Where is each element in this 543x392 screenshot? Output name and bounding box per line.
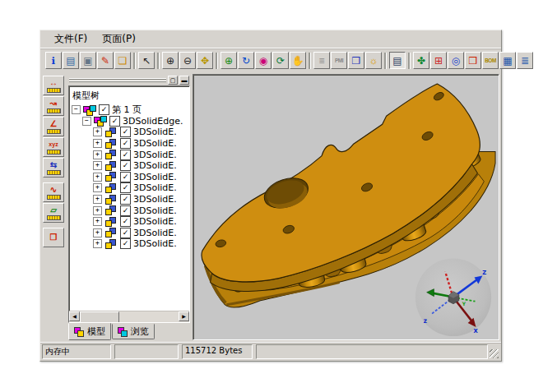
tree-item[interactable]: +✓3DSolidE. [72, 127, 189, 138]
tree-item[interactable]: +✓3DSolidE. [72, 138, 189, 150]
tab-label: 浏览 [131, 325, 149, 338]
tree-checkbox[interactable]: ✓ [120, 172, 131, 182]
tree-checkbox[interactable]: ✓ [99, 104, 109, 115]
axis-triad-widget[interactable]: Z X Y Z [415, 258, 491, 336]
pmi-button[interactable]: PMI [331, 52, 347, 69]
pan-axes-button[interactable]: ✥ [197, 52, 213, 69]
tree-item[interactable]: −✓第 1 页 [72, 104, 189, 116]
export-document-button[interactable]: ▤ [63, 52, 79, 69]
tree-item[interactable]: +✓3DSolidE. [72, 194, 189, 205]
report-table-button[interactable]: ▦ [499, 52, 516, 69]
zoom-in-button[interactable]: ⊕ [162, 52, 179, 69]
menu-file[interactable]: 文件(F) [47, 30, 95, 48]
grip-lines[interactable] [69, 78, 166, 82]
tree-item[interactable]: +✓3DSolidE. [72, 228, 189, 239]
measure-length-button[interactable]: ↔ [43, 76, 64, 95]
light-button[interactable]: ☼ [365, 52, 382, 69]
tree-checkbox[interactable]: ✓ [109, 116, 120, 127]
viewport-3d[interactable]: Z X Y Z [193, 74, 499, 340]
tree-expander[interactable]: + [93, 150, 102, 159]
layers-button[interactable]: ≡ [313, 52, 330, 69]
tree-expander[interactable]: − [72, 105, 81, 114]
target-button[interactable]: ◎ [448, 52, 464, 69]
screen-config-button[interactable]: ⊞ [430, 52, 447, 69]
tree-expander[interactable]: + [93, 173, 102, 182]
toolbar-separator [216, 53, 217, 69]
scroll-right-button[interactable]: ▶ [179, 311, 189, 321]
spin-view-button[interactable]: ◉ [255, 52, 272, 69]
tree-expander[interactable]: + [93, 228, 102, 238]
tree-expander[interactable]: − [82, 117, 91, 126]
tree-item[interactable]: +✓3DSolidE. [72, 172, 189, 183]
spin-icon: ◉ [259, 56, 267, 66]
tree-checkbox[interactable]: ✓ [120, 160, 131, 171]
tree-checkbox[interactable]: ✓ [120, 150, 131, 160]
pan-hand-button[interactable]: ✋ [290, 52, 306, 69]
export-image-button[interactable]: ❏ [114, 52, 131, 69]
tree-item[interactable]: +✓3DSolidE. [72, 205, 189, 216]
tree-checkbox[interactable]: ✓ [120, 194, 131, 205]
status-panel: 115712 Bytes [182, 344, 253, 359]
notebook-button[interactable]: ▤ [389, 52, 406, 69]
tree-checkbox[interactable]: ✓ [120, 138, 131, 149]
zoom-window-button[interactable]: ⊕ [220, 52, 237, 69]
select-button[interactable]: ↖ [138, 52, 155, 69]
measure-curve-button[interactable]: ↝ [43, 96, 64, 116]
panel-float-button[interactable]: ▢ [168, 76, 178, 85]
tree-item[interactable]: +✓3DSolidE. [72, 182, 189, 194]
tree-expander[interactable]: + [93, 183, 102, 192]
tree-expander[interactable]: + [93, 195, 102, 204]
tab-model[interactable]: 模型 [68, 323, 111, 340]
tree-expander[interactable]: + [93, 217, 102, 226]
measure-area-button[interactable]: ▱ [43, 203, 64, 223]
tree-checkbox[interactable]: ✓ [120, 216, 131, 227]
solid-cubes-button[interactable]: ❒ [465, 52, 481, 69]
view-cube-button[interactable]: ❒ [348, 52, 364, 69]
tree-item[interactable]: +✓3DSolidE. [72, 238, 189, 250]
annotate-pen-button[interactable]: ✎ [97, 52, 114, 69]
viewport-canvas[interactable]: Z X Y Z [194, 76, 498, 339]
cad-viewer-window: 文件(F)页面(P) ℹ▤▣✎❏↖⊕⊖✥⊕↻◉⟳✋≡PMI❒☼▤✤⊞◎❒BOM▦… [39, 30, 502, 362]
menu-page[interactable]: 页面(P) [95, 30, 143, 48]
scroll-track[interactable] [119, 311, 179, 322]
measure-distance-button[interactable]: ⇆ [43, 158, 64, 178]
measure-coordinate-button[interactable]: xyz [43, 137, 64, 157]
tree-expander[interactable]: + [93, 127, 102, 136]
bom-button[interactable]: BOM [482, 52, 499, 69]
tree-expander[interactable]: + [93, 139, 102, 148]
tree-checkbox[interactable]: ✓ [120, 228, 131, 238]
hand-icon: ✋ [292, 56, 304, 66]
rotate-view-button[interactable]: ↻ [238, 52, 254, 69]
tree-item[interactable]: −✓3DSolidEdge. [72, 116, 189, 127]
snapshot-icon: ❏ [118, 56, 128, 66]
tree-checkbox[interactable]: ✓ [120, 238, 131, 249]
tree-hscrollbar[interactable]: ◀ ▶ [69, 311, 189, 322]
scroll-left-button[interactable]: ◀ [69, 311, 80, 321]
tree-expander[interactable]: + [93, 239, 102, 248]
resize-grip[interactable] [490, 349, 499, 358]
zoom-out-button[interactable]: ⊖ [179, 52, 196, 69]
part-cube-icon [104, 205, 118, 215]
tab-browse[interactable]: 浏览 [112, 324, 155, 339]
measure-angle-button[interactable]: ∠ [43, 117, 64, 136]
tree-expander[interactable]: + [93, 206, 102, 215]
tree-checkbox[interactable]: ✓ [120, 127, 131, 137]
panel-gripper[interactable]: ▢ ▬ [69, 76, 189, 84]
print-button[interactable]: ▣ [80, 52, 96, 69]
structure-tree-button[interactable]: ≣ [517, 52, 533, 69]
panel-hide-button[interactable]: ▬ [179, 76, 189, 85]
scroll-thumb[interactable] [80, 311, 119, 323]
tree-item[interactable]: +✓3DSolidE. [72, 216, 189, 228]
tree-item-label: 3DSolidE. [133, 150, 177, 160]
tree-expander[interactable]: + [93, 161, 102, 170]
refresh-view-button[interactable]: ⟳ [272, 52, 289, 69]
info-button[interactable]: ℹ [45, 52, 62, 69]
tree-item[interactable]: +✓3DSolidE. [72, 149, 189, 160]
measure-polyline-button[interactable]: ∿ [43, 182, 64, 202]
tree-item[interactable]: +✓3DSolidE. [72, 160, 189, 172]
tree-checkbox[interactable]: ✓ [120, 205, 131, 216]
tree-checkbox[interactable]: ✓ [120, 182, 131, 193]
tree-tabs: 模型浏览 [68, 323, 190, 340]
measure-volume-button[interactable]: ❒ [43, 228, 64, 247]
assembly-button[interactable]: ✤ [413, 52, 429, 69]
